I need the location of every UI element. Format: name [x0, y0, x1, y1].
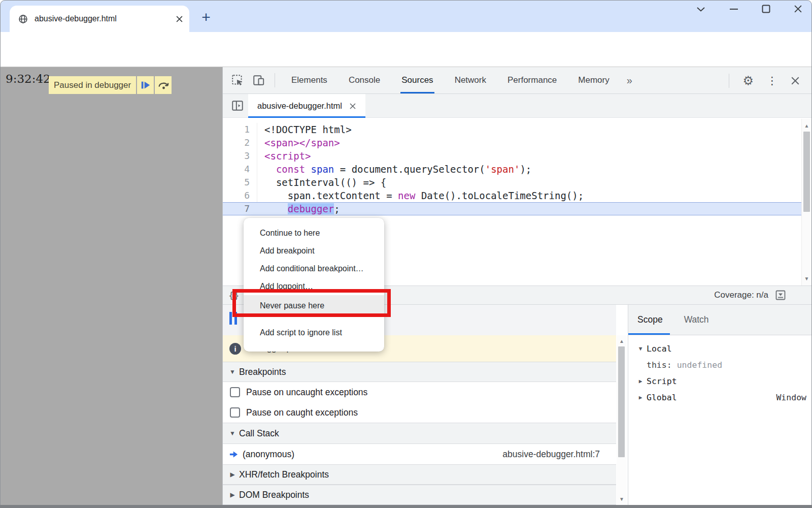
caret-right-icon[interactable]: ▶ [634, 378, 647, 385]
scope-pane: Scope Watch ▼ Local this: undefined ▶ [628, 305, 812, 506]
tab-console[interactable]: Console [349, 67, 380, 93]
caret-down-icon[interactable]: ▼ [226, 368, 239, 375]
pause-caught-checkbox[interactable] [230, 407, 240, 418]
tab-sources[interactable]: Sources [401, 67, 433, 93]
scope-global-value: Window [776, 393, 806, 402]
toolbar-separator [729, 74, 729, 88]
browser-window: abusive-debugger.html + ⓘ File C:/Users/… [0, 0, 812, 508]
window-controls [696, 5, 802, 13]
coverage-label: Coverage: n/a [714, 290, 768, 300]
menu-item-add-script-to-ignore-list[interactable]: Add script to ignore list [244, 324, 384, 341]
code-line[interactable]: 2<span></span> [223, 136, 802, 149]
info-icon: i [229, 343, 241, 355]
scroll-down-icon[interactable]: ▼ [802, 276, 811, 281]
close-window-icon[interactable] [794, 5, 802, 13]
editor-scrollbar[interactable]: ▲ ▼ [801, 119, 811, 285]
line-number[interactable]: 3 [223, 149, 257, 163]
call-stack-frame[interactable]: (anonymous) abusive-debugger.html:7 [223, 444, 616, 464]
sources-file-bar: abusive-debugger.html [223, 94, 812, 118]
tab-strip: abusive-debugger.html + [1, 1, 811, 32]
inspect-element-icon[interactable] [231, 74, 244, 87]
tab-search-chevron-icon[interactable] [696, 6, 706, 12]
coverage-icon[interactable] [774, 289, 787, 301]
line-number[interactable]: 4 [223, 163, 257, 176]
menu-spacer [244, 316, 384, 324]
pause-uncaught-row[interactable]: Pause on uncaught exceptions [223, 382, 616, 402]
code-line[interactable]: 4 const span = document.querySelector('s… [223, 163, 802, 176]
paused-banner-label: Paused in debugger [49, 76, 136, 94]
scrollbar-thumb[interactable] [803, 132, 810, 212]
sidebar-scrollbar[interactable]: ▲ ▼ [617, 335, 627, 505]
scroll-down-icon[interactable]: ▼ [617, 496, 627, 502]
globe-favicon-icon [18, 14, 28, 24]
caret-right-icon[interactable]: ▶ [226, 491, 239, 498]
caret-right-icon[interactable]: ▶ [634, 394, 647, 401]
file-tab-label: abusive-debugger.html [257, 101, 342, 111]
caret-right-icon[interactable]: ▶ [226, 471, 239, 478]
minimize-icon[interactable] [729, 8, 738, 10]
tab-performance[interactable]: Performance [507, 67, 557, 93]
pause-caught-row[interactable]: Pause on caught exceptions [223, 402, 616, 423]
tab-close-icon[interactable] [176, 15, 183, 23]
scope-key: this: [647, 360, 672, 370]
line-number[interactable]: 2 [223, 136, 257, 149]
browser-toolbar: ⓘ File C:/Users/pabrosse/OneDrive%20-%20… [1, 32, 811, 67]
breakpoints-section-header[interactable]: ▼ Breakpoints [223, 362, 616, 382]
debugger-keyword-selected: debugger [288, 203, 334, 214]
line-number[interactable]: 6 [223, 189, 257, 202]
scope-tree: ▼ Local this: undefined ▶ Script ▶ Gl [628, 335, 812, 405]
file-tab-close-icon[interactable] [349, 103, 356, 110]
paused-in-debugger-banner: Paused in debugger [49, 76, 172, 94]
line-number[interactable]: 7 [223, 202, 257, 215]
editor-context-menu: Continue to here Add breakpoint Add cond… [244, 218, 384, 352]
scroll-up-icon[interactable]: ▲ [617, 338, 627, 344]
code-lines: 1<!DOCTYPE html> 2<span></span> 3<script… [223, 123, 802, 215]
scroll-up-icon[interactable]: ▲ [802, 123, 811, 129]
devtools-menu-dots-icon[interactable]: ⋮ [767, 75, 777, 87]
menu-item-add-breakpoint[interactable]: Add breakpoint [244, 242, 384, 260]
pause-uncaught-checkbox[interactable] [230, 387, 240, 397]
scope-script-row[interactable]: ▶ Script [628, 373, 812, 389]
xhr-breakpoints-section-header[interactable]: ▶ XHR/fetch Breakpoints [223, 464, 616, 485]
line-number[interactable]: 1 [223, 123, 257, 136]
call-stack-section-header[interactable]: ▼ Call Stack [223, 423, 616, 444]
scope-value: undefined [677, 360, 722, 370]
device-toolbar-icon[interactable] [252, 74, 265, 87]
devtools-close-icon[interactable] [791, 76, 800, 85]
step-over-button[interactable] [155, 76, 172, 94]
line-number[interactable]: 5 [223, 176, 257, 189]
tab-watch[interactable]: Watch [684, 305, 709, 335]
caret-down-icon[interactable]: ▼ [634, 345, 647, 352]
tab-network[interactable]: Network [455, 67, 486, 93]
menu-item-continue-to-here[interactable]: Continue to here [244, 224, 384, 242]
scrollbar-thumb[interactable] [618, 346, 625, 457]
devtools-settings-gear-icon[interactable]: ⚙ [742, 75, 754, 87]
devtools-panel: Elements Console Sources Network Perform… [222, 67, 812, 505]
tab-scope[interactable]: Scope [637, 305, 663, 335]
resume-script-button[interactable] [137, 76, 154, 94]
code-line-paused[interactable]: 7 debugger; [223, 202, 802, 215]
current-frame-arrow-icon [229, 450, 239, 459]
tab-memory[interactable]: Memory [578, 67, 609, 93]
scope-global-row[interactable]: ▶ Global Window [628, 389, 812, 405]
browser-tab[interactable]: abusive-debugger.html [10, 6, 189, 32]
navigator-toggle-icon[interactable] [231, 99, 244, 112]
annotation-highlight-rect [232, 289, 391, 317]
new-tab-button[interactable]: + [198, 10, 214, 25]
page-viewport: 9:32:42 . Paused in debugger [1, 67, 222, 505]
code-line[interactable]: 1<!DOCTYPE html> [223, 123, 802, 136]
tab-elements[interactable]: Elements [291, 67, 327, 93]
file-tab-abusive-debugger[interactable]: abusive-debugger.html [248, 94, 365, 118]
caret-down-icon[interactable]: ▼ [226, 430, 239, 437]
frame-location: abusive-debugger.html:7 [502, 449, 600, 460]
more-tabs-icon[interactable]: » [627, 75, 632, 86]
menu-item-add-conditional-breakpoint[interactable]: Add conditional breakpoint… [244, 260, 384, 277]
frame-name: (anonymous) [243, 449, 294, 460]
code-line[interactable]: 3<script> [223, 149, 802, 163]
code-line[interactable]: 6 span.textContent = new Date().toLocale… [223, 189, 802, 202]
scope-this-row[interactable]: this: undefined [628, 357, 812, 373]
maximize-icon[interactable] [762, 5, 770, 13]
code-line[interactable]: 5 setInterval(() => { [223, 176, 802, 189]
dom-breakpoints-section-header[interactable]: ▶ DOM Breakpoints [223, 485, 616, 505]
scope-local-row[interactable]: ▼ Local [628, 340, 812, 357]
